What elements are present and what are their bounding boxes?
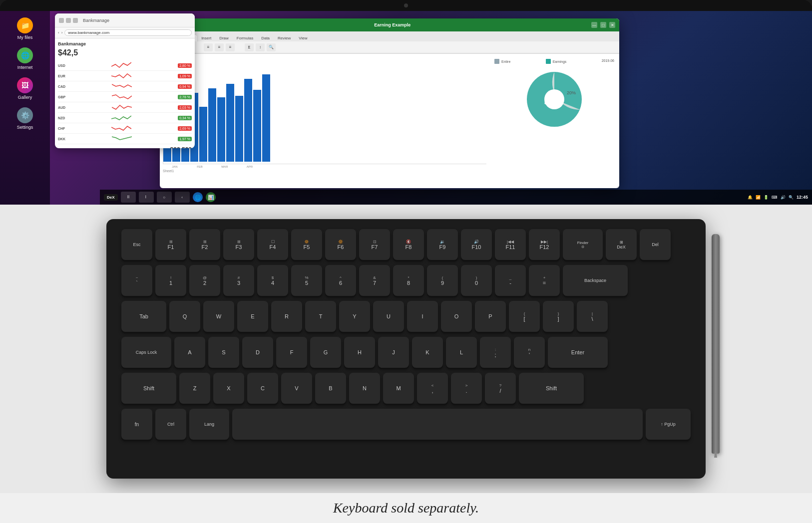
key-shift-left[interactable]: Shift [121,373,176,404]
key-w[interactable]: W [203,301,234,332]
excel-window[interactable]: David Macleod Earning Example — □ ✕ File… [160,18,619,188]
key-enter[interactable]: Enter [548,337,608,368]
key-fn[interactable]: fn [121,409,152,440]
key-quote[interactable]: n ' [514,337,545,368]
taskbar-home-icon[interactable]: ○ [157,192,172,203]
taskbar-wifi-icon[interactable]: 📶 [756,195,761,200]
sidebar-item-myfiles[interactable]: 📁 My files [11,15,38,42]
key-equals[interactable]: + = [529,265,560,296]
excel-tab-draw[interactable]: Draw [215,35,233,41]
excel-tab-insert[interactable]: Insert [197,35,215,41]
key-f1[interactable]: ⊞ F1 [155,229,186,260]
excel-tab-formulas[interactable]: Formulas [233,35,257,41]
key-k[interactable]: K [412,337,443,368]
excel-maximize-button[interactable]: □ [600,22,606,28]
taskbar-excel-icon[interactable]: 📊 [206,192,216,202]
key-dex[interactable]: ⊞ DeX [606,229,637,260]
taskbar-app-grid-icon[interactable]: ⠿ [121,192,136,203]
key-7[interactable]: & 7 [359,265,390,296]
key-1[interactable]: ! 1 [155,265,186,296]
close-button[interactable] [73,18,78,23]
align-right-button[interactable]: ≡ [226,43,235,51]
key-del[interactable]: Del [640,229,671,260]
key-f10[interactable]: 🔊 F10 [461,229,492,260]
key-i[interactable]: I [407,301,438,332]
key-4[interactable]: $ 4 [257,265,288,296]
taskbar-back-icon[interactable]: ‹ [175,192,190,203]
excel-tab-review[interactable]: Review [274,35,295,41]
key-b[interactable]: B [315,373,346,404]
key-f6[interactable]: 🔆 F6 [325,229,356,260]
align-left-button[interactable]: ≡ [204,43,213,51]
sidebar-item-internet[interactable]: 🌐 Internet [11,45,38,72]
sheet-tab[interactable]: Sheet1 [163,169,486,173]
key-y[interactable]: Y [339,301,370,332]
key-f12[interactable]: ▶▶| F12 [529,229,560,260]
key-f9[interactable]: 🔉 F9 [427,229,458,260]
key-f5[interactable]: 🔅 F5 [291,229,322,260]
key-lang[interactable]: Lang [189,409,229,440]
key-capslock[interactable]: Caps Lock [121,337,171,368]
key-o[interactable]: O [441,301,472,332]
minimize-button[interactable] [59,18,64,23]
taskbar-notification-icon[interactable]: 🔔 [748,195,753,200]
key-tab[interactable]: Tab [121,301,166,332]
key-esc[interactable]: Esc [121,229,152,260]
taskbar-volume-icon[interactable]: 🔊 [781,195,786,200]
back-icon[interactable]: ‹ [58,30,59,35]
address-bar[interactable]: www.bankmanage.com [64,29,192,36]
key-f7[interactable]: ⊡ F7 [359,229,390,260]
sidebar-item-settings[interactable]: ⚙️ Settings [11,105,38,132]
key-f11[interactable]: |◀◀ F11 [495,229,526,260]
maximize-button[interactable] [66,18,71,23]
key-minus[interactable]: _ - [495,265,526,296]
key-z[interactable]: Z [179,373,210,404]
sum-button[interactable]: Σ [245,43,254,51]
taskbar-search-icon[interactable]: 🔍 [789,195,794,200]
key-d[interactable]: D [242,337,273,368]
taskbar-internet-icon[interactable]: 🌐 [193,192,203,202]
key-6[interactable]: ^ 6 [325,265,356,296]
key-h[interactable]: H [344,337,375,368]
key-j[interactable]: J [378,337,409,368]
key-rbracket[interactable]: } ] [543,301,574,332]
key-shift-right[interactable]: Shift [519,373,584,404]
key-f3[interactable]: ⊞ F3 [223,229,254,260]
sort-button[interactable]: ↕ [256,43,265,51]
taskbar-keyboard-icon[interactable]: ⌨ [772,195,778,200]
key-9[interactable]: ( 9 [427,265,458,296]
key-backslash[interactable]: | \ [577,301,608,332]
key-2[interactable]: @ 2 [189,265,220,296]
key-m[interactable]: M [383,373,414,404]
key-f2[interactable]: ⊞ F2 [189,229,220,260]
key-l[interactable]: L [446,337,477,368]
key-semicolon[interactable]: : ; [480,337,511,368]
key-n[interactable]: N [349,373,380,404]
key-backspace[interactable]: Backspace [563,265,628,296]
key-finder[interactable]: Finder ⚙ [563,229,603,260]
key-ctrl-left[interactable]: Ctrl [155,409,186,440]
key-t[interactable]: T [305,301,336,332]
key-r[interactable]: R [271,301,302,332]
key-c[interactable]: C [247,373,278,404]
key-s[interactable]: S [208,337,239,368]
sidebar-item-gallery[interactable]: 🖼 Gallery [11,75,38,102]
key-3[interactable]: # 3 [223,265,254,296]
key-5[interactable]: % 5 [291,265,322,296]
key-lbracket[interactable]: { [ [509,301,540,332]
key-slash[interactable]: ? / [485,373,516,404]
key-u[interactable]: U [373,301,404,332]
key-8[interactable]: * 8 [393,265,424,296]
key-f8[interactable]: 🔇 F8 [393,229,424,260]
key-f4[interactable]: ☐ F4 [257,229,288,260]
excel-minimize-button[interactable]: — [591,22,597,28]
excel-close-button[interactable]: ✕ [609,22,615,28]
key-q[interactable]: Q [169,301,200,332]
taskbar-app-menu-icon[interactable]: ⠇ [139,192,154,203]
key-p[interactable]: P [475,301,506,332]
key-backtick[interactable]: ~ ` [121,265,152,296]
search-button[interactable]: 🔍 [267,43,276,51]
taskbar-dex-label[interactable]: DeX [104,194,118,201]
key-0[interactable]: ) 0 [461,265,492,296]
key-comma[interactable]: < , [417,373,448,404]
